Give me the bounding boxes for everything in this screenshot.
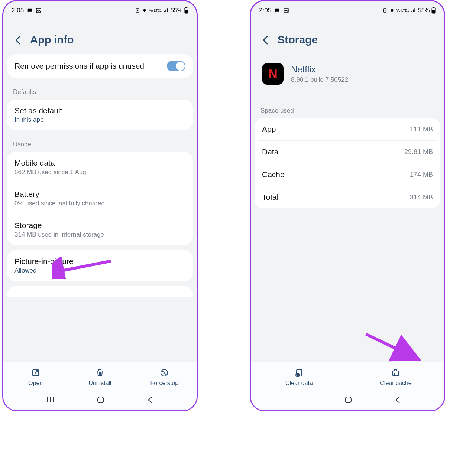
bottom-actions: Open Uninstall Force stop: [3, 362, 197, 389]
netflix-app-icon: N: [262, 63, 284, 85]
status-time: 2:05: [12, 7, 24, 14]
status-bar: 2:05 Vo LTE1 55%: [3, 1, 197, 17]
set-as-default-row[interactable]: Set as default In this app: [7, 100, 193, 130]
space-app-value: 111 MB: [410, 125, 433, 133]
phone-app-info: 2:05 Vo LTE1 55%: [2, 0, 198, 411]
uninstall-button[interactable]: Uninstall: [68, 368, 132, 387]
space-data-row: Data 29.81 MB: [258, 140, 437, 163]
page-title: App info: [30, 34, 74, 46]
bottom-actions: Clear data Clear cache: [251, 362, 444, 389]
space-app-row: App 111 MB: [255, 118, 440, 140]
storage-sub: 314 MB used in Internal storage: [14, 231, 185, 238]
space-total-row: Total 314 MB: [258, 186, 437, 208]
page-header: Storage: [251, 17, 444, 54]
battery-icon: [184, 7, 188, 14]
space-total-label: Total: [262, 193, 278, 202]
space-app-label: App: [262, 125, 276, 134]
app-header: N Netflix 8.90.1 build 7 50522: [255, 54, 440, 100]
nav-home[interactable]: [344, 395, 353, 404]
svg-line-8: [162, 371, 166, 375]
lte-indicator: Vo LTE1: [396, 9, 409, 12]
peek-card: [7, 286, 193, 297]
clear-cache-button[interactable]: Clear cache: [347, 368, 444, 387]
nav-bar: [3, 389, 197, 410]
remove-permissions-row[interactable]: Remove permissions if app is unused: [7, 54, 193, 78]
force-stop-label: Force stop: [150, 380, 179, 387]
wifi-icon: [142, 8, 148, 13]
clear-cache-icon: [391, 368, 401, 378]
battery-icon: [431, 7, 436, 14]
page-header: App info: [3, 17, 197, 54]
status-bar: 2:05 Vo LTE1 55%: [251, 1, 444, 17]
battery-saver-icon: [382, 8, 388, 13]
battery-sub: 0% used since last fully charged: [14, 200, 185, 207]
mobile-data-sub: 562 MB used since 1 Aug: [14, 169, 185, 176]
battery-saver-icon: [135, 8, 140, 13]
set-as-default-sub: In this app: [14, 116, 185, 124]
pip-row[interactable]: Picture-in-picture Allowed: [7, 250, 193, 281]
chat-icon: [274, 7, 280, 13]
app-version: 8.90.1 build 7 50522: [291, 76, 348, 84]
svg-rect-12: [98, 397, 104, 403]
space-data-value: 29.81 MB: [404, 148, 433, 156]
clear-data-button[interactable]: Clear data: [251, 368, 347, 387]
storage-row[interactable]: Storage 314 MB used in Internal storage: [10, 214, 190, 245]
space-total-value: 314 MB: [410, 193, 433, 201]
image-icon: [283, 7, 289, 13]
chat-icon: [27, 7, 33, 13]
signal-icon: [163, 8, 169, 13]
svg-rect-17: [432, 10, 435, 13]
wifi-icon: [389, 8, 395, 13]
page-title: Storage: [278, 34, 318, 46]
clear-data-icon: [294, 368, 304, 378]
back-icon[interactable]: [262, 35, 269, 45]
nav-home[interactable]: [96, 395, 105, 404]
svg-rect-16: [433, 7, 434, 8]
nav-back[interactable]: [394, 396, 401, 404]
remove-permissions-toggle[interactable]: [167, 61, 185, 71]
svg-rect-4: [185, 10, 188, 13]
space-data-label: Data: [262, 147, 278, 156]
clear-cache-label: Clear cache: [380, 380, 411, 387]
nav-bar: [251, 389, 444, 410]
set-as-default-title: Set as default: [14, 106, 185, 115]
stop-icon: [159, 368, 169, 378]
signal-icon: [411, 8, 417, 13]
nav-recents[interactable]: [46, 396, 55, 404]
clear-data-label: Clear data: [285, 380, 313, 387]
netflix-icon-letter: N: [268, 66, 278, 82]
battery-row[interactable]: Battery 0% used since last fully charged: [10, 183, 190, 214]
open-icon: [31, 368, 41, 378]
open-button[interactable]: Open: [3, 368, 68, 387]
lte-indicator: Vo LTE1: [149, 9, 162, 12]
space-cache-label: Cache: [262, 170, 285, 179]
back-icon[interactable]: [14, 35, 21, 45]
app-name: Netflix: [291, 64, 348, 75]
pip-sub: Allowed: [14, 267, 185, 274]
uninstall-label: Uninstall: [88, 380, 111, 387]
mobile-data-row[interactable]: Mobile data 562 MB used since 1 Aug: [7, 152, 193, 183]
svg-rect-3: [185, 7, 187, 8]
image-icon: [36, 7, 42, 13]
open-label: Open: [28, 380, 43, 387]
storage-title: Storage: [14, 221, 185, 230]
svg-rect-25: [345, 397, 351, 403]
space-cache-value: 174 MB: [410, 171, 433, 179]
usage-section-label: Usage: [7, 133, 193, 152]
phone-storage: 2:05 Vo LTE1 55%: [250, 0, 445, 411]
space-used-label: Space used: [255, 100, 440, 118]
nav-recents[interactable]: [294, 396, 302, 404]
force-stop-button[interactable]: Force stop: [132, 368, 197, 387]
mobile-data-title: Mobile data: [14, 159, 185, 167]
trash-icon: [95, 368, 105, 378]
nav-back[interactable]: [147, 396, 153, 404]
battery-percent: 55%: [171, 7, 182, 14]
battery-title: Battery: [14, 190, 185, 199]
status-time: 2:05: [259, 7, 271, 14]
space-cache-row: Cache 174 MB: [258, 163, 437, 186]
battery-percent: 55%: [418, 7, 430, 14]
remove-permissions-label: Remove permissions if app is unused: [14, 62, 144, 71]
defaults-section-label: Defaults: [7, 81, 193, 100]
pip-title: Picture-in-picture: [14, 257, 185, 266]
